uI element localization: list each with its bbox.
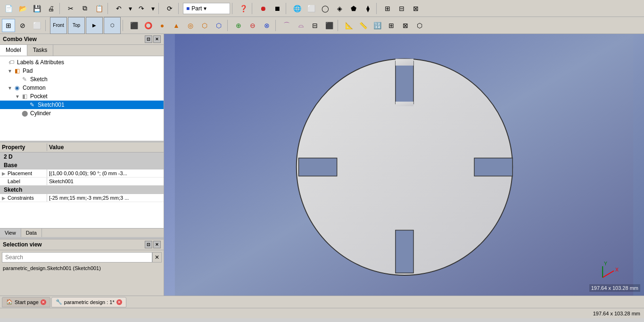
tree-common[interactable]: ▼ ◉ Common <box>0 84 164 92</box>
view-front-button[interactable]: Front <box>50 17 67 34</box>
workbench-selector[interactable]: ■ Part ▾ <box>183 3 230 14</box>
paste-button[interactable]: 📋 <box>92 2 106 15</box>
view-button6[interactable]: ⧫ <box>361 2 374 15</box>
part-compound[interactable]: ⬡ <box>198 19 211 32</box>
sep3 <box>158 3 161 14</box>
svg-rect-2 <box>396 61 413 104</box>
toggle-common[interactable]: ▼ <box>8 85 13 91</box>
view-button3[interactable]: ◯ <box>319 2 332 15</box>
part-revolve[interactable]: ⭕ <box>141 19 155 32</box>
sep13 <box>338 20 340 31</box>
prop-row-placement[interactable]: ▶Placement [(1,00 0,00 0,00); 90 °; (0 m… <box>0 169 164 178</box>
panel-restore-btn[interactable]: ⊡ <box>145 35 152 43</box>
model-tabs: Model Tasks <box>0 45 164 56</box>
cylinder-label: Cylinder <box>30 110 51 117</box>
open-button[interactable]: 📂 <box>16 2 29 15</box>
tree-pad[interactable]: ▼ ◧ Pad <box>0 67 164 75</box>
extra-btn3[interactable]: ⊠ <box>409 2 422 15</box>
toggle-pad[interactable]: ▼ <box>8 68 13 74</box>
fit-all-button[interactable]: ⊞ <box>2 19 15 32</box>
print-button[interactable]: 🖨 <box>44 2 58 15</box>
measure3[interactable]: 🔢 <box>371 19 384 32</box>
start-page-close[interactable]: ✕ <box>41 299 46 305</box>
model-tree: 🏷 Labels & Attributes ▼ ◧ Pad ✎ Sketch ▼… <box>0 56 164 141</box>
record-button[interactable]: ⏺ <box>256 2 270 15</box>
sep12 <box>275 20 278 31</box>
view-iso-button[interactable]: ⬡ <box>104 17 121 34</box>
search-input[interactable] <box>2 252 152 263</box>
parametric-close[interactable]: ✕ <box>116 299 122 305</box>
view-button4[interactable]: ◈ <box>333 2 346 15</box>
stop-button[interactable]: ⏹ <box>271 2 284 15</box>
new-button[interactable]: 📄 <box>2 2 15 15</box>
fillet-button[interactable]: ⌒ <box>280 19 293 32</box>
pad-icon: ◧ <box>13 67 21 75</box>
help-button[interactable]: ❓ <box>237 2 250 15</box>
part-tool1[interactable]: ⬡ <box>212 19 225 32</box>
tree-labels[interactable]: 🏷 Labels & Attributes <box>0 58 164 67</box>
sel-close-btn[interactable]: ✕ <box>153 241 161 248</box>
tree-pocket[interactable]: ▼ ◧ Pocket <box>0 92 164 101</box>
tab-start-page[interactable]: 🏠 Start page ✕ <box>2 297 50 307</box>
tree-cylinder[interactable]: ⬤ Cylinder <box>0 109 164 118</box>
property-table: 2 D Base ▶Placement [(1,00 0,00 0,00); 9… <box>0 153 164 228</box>
panel-close-btn[interactable]: ✕ <box>153 35 161 43</box>
selection-view-title: Selection view <box>3 241 42 248</box>
part-extrude[interactable]: ⬛ <box>127 19 140 32</box>
sel-restore-btn[interactable]: ⊡ <box>145 241 152 248</box>
svg-rect-3 <box>396 230 413 273</box>
view-button5[interactable]: ⬟ <box>347 2 360 15</box>
tab-model[interactable]: Model <box>0 45 27 56</box>
labels-label: Labels & Attributes <box>17 59 64 66</box>
bool-union[interactable]: ⊕ <box>232 19 245 32</box>
search-clear-btn[interactable]: ✕ <box>152 252 162 263</box>
prop-row-label[interactable]: Label Sketch001 <box>0 178 164 186</box>
measure2[interactable]: 📏 <box>356 19 370 32</box>
mirror-button[interactable]: ⊟ <box>308 19 322 32</box>
redo-button[interactable]: ↷ <box>135 2 148 15</box>
prop-row-constraints[interactable]: ▶Constraints [-25 mm;15 mm;-3 mm;25 mm;3… <box>0 194 164 202</box>
part-sphere[interactable]: ● <box>156 19 169 32</box>
start-page-label: Start page <box>15 299 39 305</box>
measure6[interactable]: ⬡ <box>413 19 426 32</box>
tab-view[interactable]: View <box>0 229 21 237</box>
refresh-button[interactable]: ⟳ <box>163 2 176 15</box>
tree-sketch001[interactable]: ✎ Sketch001 <box>0 101 164 109</box>
extra-btn2[interactable]: ⊟ <box>395 2 408 15</box>
view-button2[interactable]: ⬜ <box>305 2 318 15</box>
measure1[interactable]: 📐 <box>342 19 355 32</box>
extrude-button2[interactable]: ⬛ <box>322 19 336 32</box>
view3d-button[interactable]: 🌐 <box>290 2 304 15</box>
tab-tasks[interactable]: Tasks <box>27 45 54 56</box>
undo-dropdown-button[interactable]: ▾ <box>126 2 134 15</box>
tab-parametric-design[interactable]: 🔧 parametric design : 1* ✕ <box>51 297 126 307</box>
chamfer-button[interactable]: ⌓ <box>294 19 307 32</box>
start-page-icon: 🏠 <box>6 299 13 305</box>
tree-sketch[interactable]: ✎ Sketch <box>0 75 164 84</box>
extra-btn1[interactable]: ⊞ <box>381 2 394 15</box>
view-right-button[interactable]: ▶ <box>86 17 103 34</box>
view-top-button[interactable]: Top <box>68 17 85 34</box>
prop-value-constraints: [-25 mm;15 mm;-3 mm;25 mm;3 ... <box>47 194 164 202</box>
toggle-pocket[interactable]: ▼ <box>15 94 21 99</box>
3d-viewport[interactable]: X Y 197.64 x 103.28 mm <box>164 34 644 296</box>
undo-button[interactable]: ↶ <box>112 2 125 15</box>
no-icon-button[interactable]: ⊘ <box>16 19 29 32</box>
tab-data[interactable]: Data <box>21 229 42 237</box>
search-area: ✕ <box>0 250 164 264</box>
property-panel: Property Value 2 D Base ▶Placement [(1,0… <box>0 143 164 237</box>
part-torus[interactable]: ◎ <box>184 19 197 32</box>
svg-rect-4 <box>298 158 337 176</box>
part-cone[interactable]: ▲ <box>170 19 183 32</box>
measure4[interactable]: ⊞ <box>385 19 398 32</box>
save-button[interactable]: 💾 <box>30 2 43 15</box>
view-home-button[interactable]: ⬜ <box>30 19 43 32</box>
header-controls: ⊡ ✕ <box>145 35 161 43</box>
bool-cut[interactable]: ⊖ <box>246 19 259 32</box>
copy-button[interactable]: ⧉ <box>78 2 91 15</box>
measure5[interactable]: ⊠ <box>399 19 412 32</box>
cut-button[interactable]: ✂ <box>64 2 77 15</box>
redo-dropdown-button[interactable]: ▾ <box>149 2 157 15</box>
bool-common[interactable]: ⊗ <box>260 19 273 32</box>
sep8 <box>376 3 379 14</box>
